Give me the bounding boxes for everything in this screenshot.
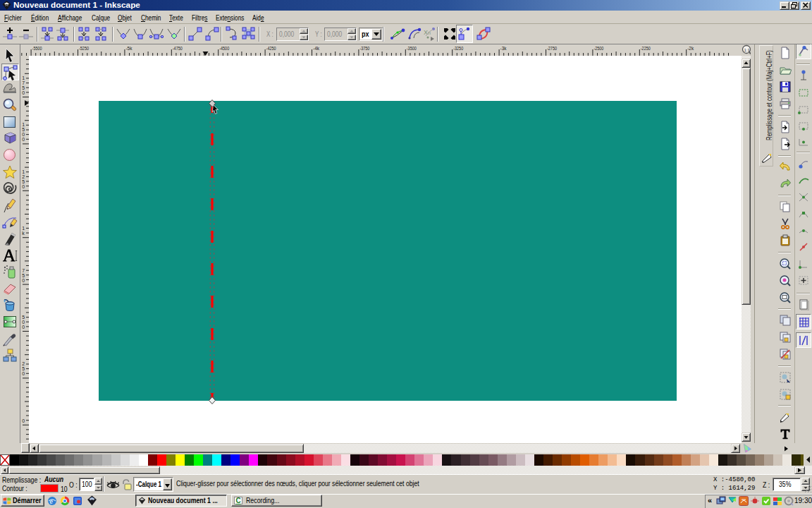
svg-text:1:1: 1:1: [744, 48, 750, 52]
svg-text:0: 0: [22, 137, 25, 142]
svg-text:5: 5: [22, 127, 25, 132]
svg-text:1: 1: [22, 169, 25, 174]
svg-text:-3500: -3500: [407, 45, 417, 52]
svg-text:0: 0: [22, 418, 25, 423]
svg-text:2: 2: [22, 174, 25, 179]
svg-text:5: 5: [22, 366, 25, 371]
svg-text:-2500: -2500: [593, 45, 603, 52]
svg-text:-3750: -3750: [359, 45, 369, 52]
svg-text:2: 2: [22, 361, 25, 366]
svg-text:1: 1: [22, 75, 25, 80]
svg-text:5: 5: [22, 179, 25, 184]
svg-text:e: e: [50, 497, 54, 505]
svg-text:-3250: -3250: [453, 45, 463, 52]
svg-text:0: 0: [22, 184, 25, 189]
svg-text:k: k: [22, 231, 25, 236]
svg-text:0: 0: [22, 371, 25, 376]
svg-text:-5250: -5250: [79, 45, 89, 52]
svg-text:5: 5: [22, 273, 25, 278]
svg-text:-5500: -5500: [32, 45, 42, 52]
svg-text:0: 0: [22, 325, 25, 329]
svg-text:-2k: -2k: [687, 45, 694, 52]
svg-text:-2750: -2750: [547, 45, 557, 52]
svg-text:0: 0: [22, 278, 25, 283]
svg-text:Xn: Xn: [424, 29, 431, 36]
svg-text:-5k: -5k: [125, 45, 132, 52]
svg-text:7: 7: [22, 268, 25, 273]
svg-text:-4250: -4250: [266, 45, 276, 52]
svg-text:1: 1: [22, 226, 25, 231]
svg-text:0: 0: [22, 90, 25, 95]
svg-text:0: 0: [22, 320, 25, 325]
svg-text:7: 7: [22, 80, 25, 85]
svg-text:1: 1: [22, 122, 25, 127]
svg-text:-4k: -4k: [313, 45, 319, 52]
svg-text:-3k: -3k: [500, 45, 507, 52]
svg-text:0: 0: [22, 132, 25, 137]
svg-text:-4500: -4500: [219, 45, 229, 52]
svg-text:5: 5: [22, 85, 25, 90]
svg-text:5: 5: [22, 315, 25, 320]
svg-text:-4750: -4750: [173, 45, 183, 52]
svg-text:-2250: -2250: [641, 45, 651, 52]
